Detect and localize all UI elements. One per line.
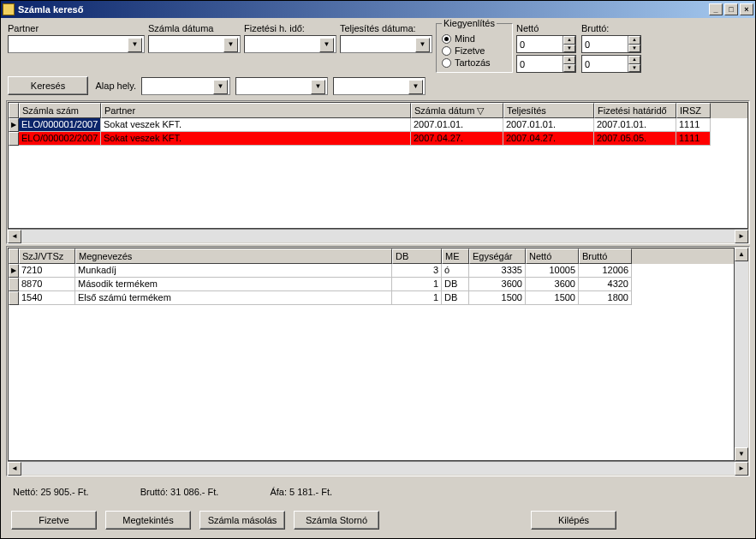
radio-tartozas[interactable]: Tartozás [442,57,507,69]
netto-value: 0 [520,39,525,50]
col-brutto[interactable]: Bruttó [579,249,632,264]
invoices-body: ▶ELO/000001/2007Sokat veszek KFT.2007.01… [9,118,747,146]
cell-irsz: 1111 [676,118,711,132]
spinner-buttons[interactable]: ▲▼ [628,36,640,52]
radio-mind-label: Mind [455,33,475,44]
cell-me: DB [442,278,469,291]
scroll-track[interactable] [21,462,735,475]
brutto-value: 0 [585,39,590,50]
teljesites-datuma-combo[interactable] [340,35,432,53]
scroll-right-icon[interactable]: ► [735,462,748,476]
kereses-button[interactable]: Keresés [8,76,88,95]
szamla-masolas-button[interactable]: Számla másolás [199,511,285,530]
fizetesi-hido-label: Fizetési h. idő: [244,23,336,33]
brutto-spinner2[interactable]: 0▲▼ [581,55,641,73]
fizetve-button[interactable]: Fizetve [11,511,97,530]
col-partner[interactable]: Partner [101,103,411,118]
cell-hatar: 2007.05.05. [594,132,676,146]
brutto-spinner[interactable]: 0▲▼ [581,35,641,53]
fizetesi-hido-combo[interactable] [244,35,336,53]
totals-bar: Nettó: 25 905.- Ft. Bruttó: 31 086.- Ft.… [3,478,753,506]
spinner-buttons[interactable]: ▲▼ [563,56,575,72]
spinner-buttons[interactable]: ▲▼ [628,56,640,72]
items-grid: SzJ/VTSz Megnevezés DB ME Egységár Nettó… [6,246,750,476]
scroll-left-icon[interactable]: ◄ [8,462,21,476]
cell-datum: 2007.04.27. [411,132,503,146]
col-szamla-szam[interactable]: Számla szám [19,103,101,118]
cell-irsz: 1111 [676,132,711,146]
cell-datum: 2007.01.01. [411,118,503,132]
megtekintes-button[interactable]: Megtekintés [105,511,191,530]
netto-spinner[interactable]: 0▲▼ [516,35,576,53]
cell-me: ó [442,264,469,278]
items-body: ▶7210Munkadíj3ó333510005120068870Második… [9,264,734,305]
szamla-datuma-combo[interactable] [148,35,241,53]
col-fiz-hatarido[interactable]: Fizetési határidő [594,103,676,118]
col-megnevezes[interactable]: Megnevezés [75,249,392,264]
cell-me: DB [442,291,469,305]
netto-value2: 0 [520,59,525,69]
col-me[interactable]: ME [442,249,469,264]
scroll-left-icon[interactable]: ◄ [8,230,21,243]
netto-spinner2[interactable]: 0▲▼ [516,55,576,73]
extra-combo1[interactable] [235,77,328,95]
kiegyenlites-legend: Kiegyenlítés [442,18,497,28]
table-row[interactable]: 8870Második termékem1DB360036004320 [9,278,734,291]
sort-desc-icon: ▽ [477,105,484,116]
minimize-button[interactable]: _ [709,3,723,15]
extra-combo2[interactable] [333,77,426,95]
cell-netto: 10005 [526,264,579,278]
col-netto[interactable]: Nettó [526,249,579,264]
scroll-up-icon[interactable]: ▲ [735,248,748,261]
close-button[interactable]: × [740,3,753,15]
bottom-buttons: Fizetve Megtekintés Számla másolás Száml… [3,507,753,536]
total-netto: Nettó: 25 905.- Ft. [13,487,89,497]
netto-label: Nettó [516,23,578,33]
col-szamla-datum-label: Számla dátum [414,105,474,116]
cell-hatar: 2007.01.01. [594,118,676,132]
col-db[interactable]: DB [392,249,442,264]
table-row[interactable]: ELO/000002/2007Sokat veszek KFT.2007.04.… [9,132,747,146]
cell-szj: 1540 [19,291,75,305]
alap-hely-combo[interactable] [141,77,230,95]
titlebar: Számla kereső _ □ × [1,1,755,18]
scroll-track[interactable] [21,230,735,243]
total-afa: Áfa: 5 181.- Ft. [270,487,332,497]
col-egysegar[interactable]: Egységár [469,249,526,264]
partner-combo[interactable] [8,35,145,53]
row-indicator [9,291,19,305]
scroll-down-icon[interactable]: ▼ [735,447,748,461]
kilepes-button[interactable]: Kilépés [531,511,616,530]
cell-brutto: 4320 [579,278,632,291]
szamla-storno-button[interactable]: Számla Stornó [294,511,379,530]
client-area: Partner Számla dátuma Fizetési h. idő: T… [1,18,755,538]
col-teljesites[interactable]: Teljesítés [503,103,594,118]
invoices-header: Számla szám Partner Számla dátum ▽ Telje… [9,103,747,118]
cell-netto: 3600 [526,278,579,291]
radio-fizetve[interactable]: Fizetve [442,45,507,57]
items-header: SzJ/VTSz Megnevezés DB ME Egységár Nettó… [9,249,734,264]
radio-dot-icon [442,46,451,56]
spinner-buttons[interactable]: ▲▼ [563,36,575,52]
col-irsz[interactable]: IRSZ [676,103,711,118]
items-vscroll[interactable]: ▲ ▼ [735,248,748,461]
cell-telj: 2007.04.27. [503,132,594,146]
cell-szam: ELO/000001/2007 [19,118,101,132]
maximize-button[interactable]: □ [724,3,738,15]
radio-dot-icon [442,34,451,44]
radio-dot-icon [442,58,451,68]
items-hscroll[interactable]: ◄ ► [8,461,748,475]
col-szjvtsz[interactable]: SzJ/VTSz [19,249,75,264]
cell-szj: 7210 [19,264,75,278]
scroll-right-icon[interactable]: ► [735,230,748,243]
radio-mind[interactable]: Mind [442,33,507,45]
table-row[interactable]: ▶ELO/000001/2007Sokat veszek KFT.2007.01… [9,118,747,132]
table-row[interactable]: 1540Első számú termékem1DB150015001800 [9,291,734,305]
col-szamla-datum[interactable]: Számla dátum ▽ [411,103,503,118]
table-row[interactable]: ▶7210Munkadíj3ó33351000512006 [9,264,734,278]
row-indicator: ▶ [9,118,19,132]
scroll-track[interactable] [735,261,748,447]
radio-tartozas-label: Tartozás [455,57,491,68]
window-title: Számla kereső [18,4,707,15]
invoices-hscroll[interactable]: ◄ ► [8,229,748,243]
